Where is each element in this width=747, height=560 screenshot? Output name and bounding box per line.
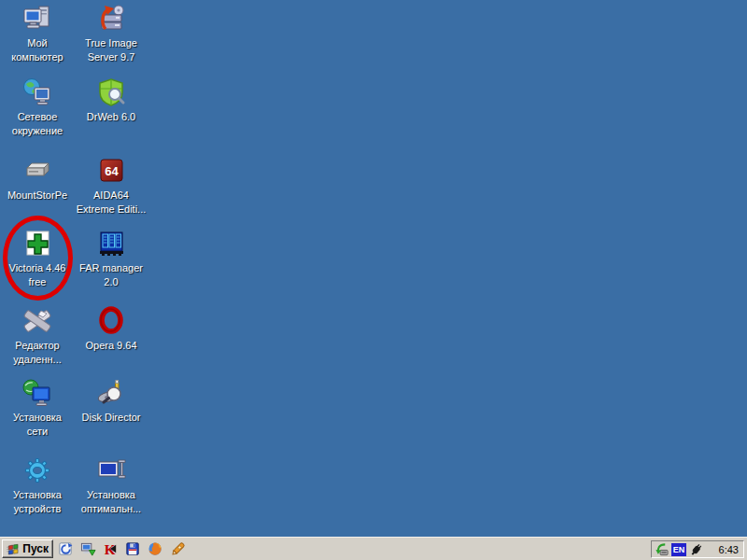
icon-label: DrWeb 6.0 — [87, 111, 135, 123]
desktop[interactable]: Мой компьютер True Image Server 9.7 Сет — [0, 0, 747, 537]
pen-icon — [170, 541, 186, 557]
desktop-screen: { "desktop": { "background_color": "#3A6… — [0, 0, 747, 560]
opera-icon — [96, 306, 126, 336]
desktop-icon-network-places[interactable]: Сетевое окружение — [0, 76, 75, 137]
icon-label: Disk Director — [82, 412, 141, 424]
floppy-disk-icon — [125, 541, 141, 557]
icon-label: Opera 9.64 — [85, 340, 136, 352]
far-manager-icon — [96, 229, 126, 259]
windows-logo-icon — [7, 543, 20, 555]
quick-launch-bar: K — [57, 540, 186, 557]
icon-label: Установка — [13, 489, 62, 501]
disk-director-icon — [96, 378, 126, 408]
aida64-icon: 64 — [96, 156, 126, 186]
icon-label: сети — [27, 426, 48, 438]
desktop-icon-disk-director[interactable]: Disk Director — [74, 376, 148, 426]
desktop-icon-my-computer[interactable]: Мой компьютер — [0, 2, 75, 63]
icon-label: FAR manager — [79, 262, 143, 274]
desktop-icon-drweb[interactable]: DrWeb 6.0 — [74, 76, 148, 125]
desktop-icon-optimal-setup[interactable]: Установка оптимальн... — [74, 454, 148, 515]
quick-launch-show-desktop-button[interactable] — [79, 540, 96, 557]
desktop-icon-far-manager[interactable]: FAR manager 2.0 — [74, 227, 148, 288]
system-tray: EN 6:43 — [651, 540, 744, 558]
start-label: Пуск — [22, 542, 49, 555]
icon-label: компьютер — [11, 51, 63, 63]
safely-remove-hardware-icon[interactable] — [655, 542, 669, 556]
remote-editor-icon — [22, 306, 52, 336]
icon-label: Установка — [13, 412, 62, 424]
language-indicator[interactable]: EN — [671, 543, 686, 556]
icon-label: Server 9.7 — [88, 51, 135, 63]
monitor-cursor-icon — [96, 455, 126, 485]
icon-label: Сетевое — [18, 111, 58, 123]
desktop-icon-device-setup[interactable]: Установка устройств — [0, 454, 75, 515]
quick-launch-internet-explorer-button[interactable] — [57, 540, 74, 557]
desktop-icon-mountstorpe[interactable]: MountStorPe — [0, 154, 75, 203]
desktop-icon-victoria[interactable]: Victoria 4.46 free — [0, 227, 75, 288]
firefox-icon — [148, 541, 163, 557]
quick-launch-firefox-button[interactable] — [147, 540, 163, 557]
desktop-icon-remote-editor[interactable]: Редактор удаленн... — [0, 304, 75, 366]
svg-text:64: 64 — [105, 164, 119, 178]
icon-label: free — [29, 276, 47, 288]
icon-label: Extreme Editi... — [77, 203, 147, 216]
gear-icon — [22, 455, 52, 485]
icon-label: Victoria 4.46 — [9, 262, 66, 274]
icon-label: оптимальн... — [81, 503, 141, 515]
quick-launch-kaspersky-button[interactable]: K — [102, 540, 119, 557]
desktop-icon-opera[interactable]: Opera 9.64 — [74, 304, 148, 354]
drweb-shield-icon — [96, 77, 126, 107]
icon-label: Установка — [87, 489, 135, 501]
victoria-cross-icon — [22, 229, 52, 259]
icon-label: окружение — [12, 125, 63, 137]
icon-label: удаленн... — [13, 354, 62, 366]
icon-label: Редактор — [15, 340, 59, 352]
show-desktop-icon — [80, 541, 96, 557]
plug-icon[interactable] — [689, 542, 703, 556]
start-button[interactable]: Пуск — [2, 539, 53, 558]
true-image-icon — [96, 4, 126, 34]
icon-label: AIDA64 — [93, 189, 129, 202]
icon-label: 2.0 — [104, 276, 118, 288]
internet-explorer-icon — [58, 541, 74, 557]
desktop-icon-aida64[interactable]: 64 AIDA64 Extreme Editi... — [74, 154, 148, 216]
icon-label: True Image — [85, 37, 137, 49]
desktop-icon-true-image-server[interactable]: True Image Server 9.7 — [74, 2, 148, 63]
desktop-icon-network-setup[interactable]: Установка сети — [0, 376, 75, 438]
tray-clock[interactable]: 6:43 — [719, 544, 740, 555]
network-setup-icon — [22, 378, 52, 408]
network-places-icon — [22, 77, 52, 107]
quick-launch-save-button[interactable] — [124, 540, 141, 557]
my-computer-icon — [22, 4, 52, 34]
icon-label: Мой — [27, 37, 48, 49]
kaspersky-icon: K — [103, 541, 119, 557]
icon-label: устройств — [14, 503, 62, 515]
taskbar: Пуск K — [0, 537, 747, 560]
hard-drive-icon — [22, 156, 52, 186]
icon-label: MountStorPe — [7, 189, 67, 202]
quick-launch-pen-tool-button[interactable] — [169, 540, 186, 557]
